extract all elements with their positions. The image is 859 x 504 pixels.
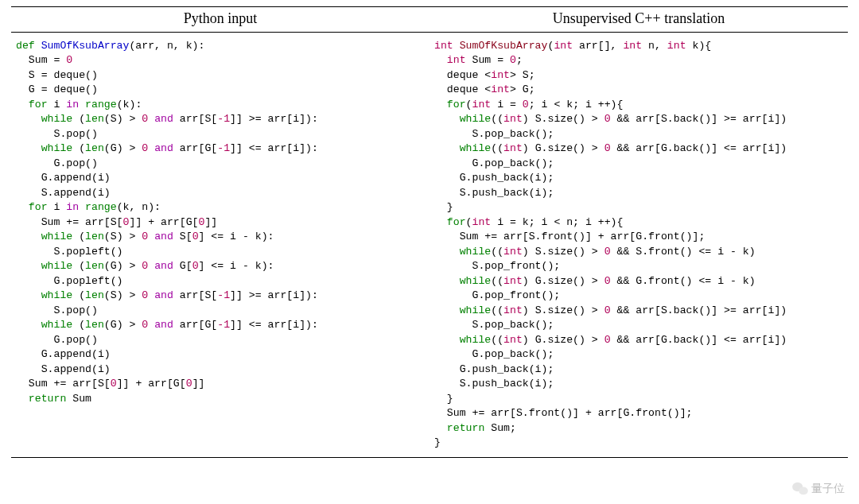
wechat-icon [792, 482, 808, 496]
watermark-text: 量子位 [811, 482, 845, 496]
svg-point-1 [799, 487, 807, 495]
table-header-row: Python input Unsupervised C++ translatio… [11, 6, 848, 33]
header-cpp: Unsupervised C++ translation [430, 7, 848, 32]
python-code-block: def SumOfKsubArray(arr, n, k): Sum = 0 S… [11, 39, 430, 457]
header-python: Python input [11, 7, 430, 32]
code-comparison-table: Python input Unsupervised C++ translatio… [0, 0, 859, 466]
svg-point-0 [792, 483, 803, 491]
watermark: 量子位 [792, 482, 845, 496]
cpp-code-block: int SumOfKsubArray(int arr[], int n, int… [430, 39, 848, 457]
code-row: def SumOfKsubArray(arr, n, k): Sum = 0 S… [11, 33, 848, 458]
